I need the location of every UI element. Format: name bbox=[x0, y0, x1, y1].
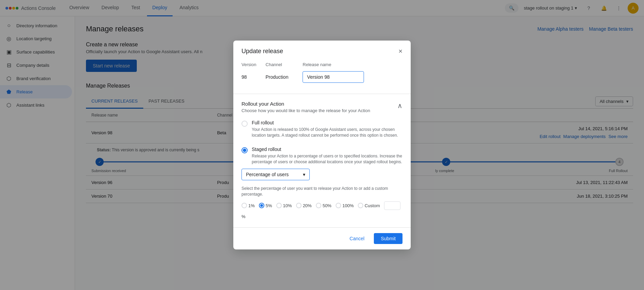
version-channel: Production bbox=[266, 70, 303, 84]
version-number: 98 bbox=[241, 70, 266, 84]
percent-radio-5-inner bbox=[260, 204, 263, 207]
full-rollout-desc: Your Action is released to 100% of Googl… bbox=[252, 127, 402, 138]
percent-option-100[interactable]: 100% bbox=[336, 203, 354, 208]
percent-label-100: 100% bbox=[342, 203, 354, 208]
dialog-overlay: Update release × Version Channel Release… bbox=[0, 0, 644, 290]
staged-rollout-text: Staged rollout Release your Action to a … bbox=[252, 147, 402, 165]
dialog-version-section: Version Channel Release name 98 Producti… bbox=[233, 61, 411, 94]
update-release-dialog: Update release × Version Channel Release… bbox=[233, 41, 411, 249]
rollout-type-dropdown[interactable]: Percentage of users ▾ bbox=[241, 169, 310, 180]
staged-rollout-desc: Release your Action to a percentage of u… bbox=[252, 153, 402, 165]
staged-rollout-radio-inner bbox=[243, 149, 246, 152]
percent-description: Select the percentage of user you want t… bbox=[241, 186, 402, 197]
percent-label-1: 1% bbox=[248, 203, 255, 208]
rollout-title: Rollout your Action bbox=[241, 101, 370, 107]
submit-button[interactable]: Submit bbox=[374, 233, 402, 244]
release-name-input[interactable] bbox=[303, 71, 364, 83]
full-rollout-option[interactable]: Full rollout Your Action is released to … bbox=[233, 116, 411, 142]
percent-label-50: 50% bbox=[323, 203, 332, 208]
custom-percent-input[interactable] bbox=[384, 201, 400, 210]
rollout-header-text: Rollout your Action Choose how you would… bbox=[241, 101, 370, 113]
staged-rollout-label: Staged rollout bbox=[252, 147, 402, 152]
percent-radio-1[interactable] bbox=[241, 203, 247, 208]
percent-option-1[interactable]: 1% bbox=[241, 203, 255, 208]
staged-rollout-radio[interactable] bbox=[241, 147, 248, 153]
percent-option-5[interactable]: 5% bbox=[259, 203, 272, 208]
percent-label-custom: Custom bbox=[365, 203, 380, 208]
col-channel: Channel bbox=[266, 61, 303, 70]
percent-option-10[interactable]: 10% bbox=[276, 203, 292, 208]
collapse-rollout-button[interactable]: ∧ bbox=[397, 102, 402, 110]
percent-radio-5[interactable] bbox=[259, 203, 264, 208]
col-release-name: Release name bbox=[303, 61, 402, 70]
percent-option-20[interactable]: 20% bbox=[296, 203, 312, 208]
rollout-desc: Choose how you would like to manage the … bbox=[241, 108, 370, 113]
percent-label-20: 20% bbox=[303, 203, 312, 208]
rollout-type-label: Percentage of users bbox=[246, 172, 289, 177]
percentage-section: Select the percentage of user you want t… bbox=[233, 186, 411, 227]
cancel-button[interactable]: Cancel bbox=[344, 233, 370, 244]
full-rollout-text: Full rollout Your Action is released to … bbox=[252, 120, 402, 138]
percent-radio-50[interactable] bbox=[316, 203, 321, 208]
percent-sign: % bbox=[241, 214, 246, 219]
percent-label-10: 10% bbox=[283, 203, 292, 208]
percent-radio-20[interactable] bbox=[296, 203, 302, 208]
rollout-header: Rollout your Action Choose how you would… bbox=[233, 94, 411, 116]
dialog-title: Update release bbox=[241, 48, 283, 55]
version-table: Version Channel Release name 98 Producti… bbox=[241, 61, 402, 84]
percent-option-50[interactable]: 50% bbox=[316, 203, 332, 208]
full-rollout-label: Full rollout bbox=[252, 120, 402, 125]
dropdown-arrow-icon: ▾ bbox=[303, 172, 305, 177]
version-row: 98 Production bbox=[241, 70, 402, 84]
staged-rollout-option[interactable]: Staged rollout Release your Action to a … bbox=[233, 142, 411, 169]
col-version: Version bbox=[241, 61, 266, 70]
release-name-cell bbox=[303, 70, 402, 84]
percent-radio-100[interactable] bbox=[336, 203, 341, 208]
percent-radio-custom[interactable] bbox=[358, 203, 363, 208]
dialog-header: Update release × bbox=[233, 41, 411, 61]
percent-options: 1% 5% 10% 20% 50 bbox=[241, 201, 402, 219]
dialog-footer: Cancel Submit bbox=[233, 227, 411, 249]
percent-option-custom[interactable]: Custom bbox=[358, 203, 380, 208]
percent-label-5: 5% bbox=[266, 203, 272, 208]
full-rollout-radio[interactable] bbox=[241, 121, 248, 127]
percent-radio-10[interactable] bbox=[276, 203, 282, 208]
close-dialog-button[interactable]: × bbox=[398, 47, 402, 55]
